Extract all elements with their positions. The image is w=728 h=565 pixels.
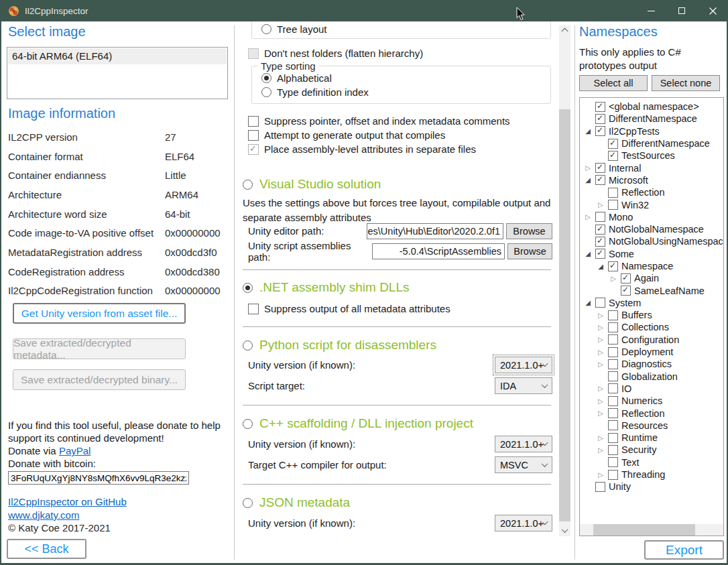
json-unity-version-dropdown[interactable]: 2021.1.0+ bbox=[495, 515, 552, 531]
expand-arrow-icon[interactable]: ▷ bbox=[595, 336, 606, 343]
expand-arrow-icon[interactable]: ▷ bbox=[583, 164, 593, 172]
tree-item[interactable]: ▷Internal bbox=[580, 162, 723, 174]
tree-checkbox[interactable] bbox=[608, 433, 618, 443]
tree-checkbox[interactable] bbox=[595, 126, 605, 136]
visual-studio-solution-radio[interactable] bbox=[243, 180, 253, 190]
tree-item[interactable]: Reflection bbox=[580, 186, 723, 198]
compilable-output-checkbox[interactable] bbox=[248, 130, 259, 141]
expand-arrow-icon[interactable]: ▷ bbox=[595, 446, 606, 454]
select-all-button[interactable]: Select all bbox=[579, 75, 648, 91]
tree-item[interactable]: ◢Some bbox=[580, 248, 723, 260]
expand-arrow-icon[interactable]: ▷ bbox=[583, 213, 593, 221]
tree-item[interactable]: ▷Deployment bbox=[580, 346, 723, 358]
scroll-left-button[interactable] bbox=[580, 524, 591, 536]
collapse-arrow-icon[interactable]: ◢ bbox=[595, 263, 606, 270]
tree-item[interactable]: ◢System bbox=[580, 297, 723, 309]
paypal-link[interactable]: PayPal bbox=[59, 445, 91, 456]
tree-checkbox[interactable] bbox=[621, 286, 631, 296]
expand-arrow-icon[interactable]: ▷ bbox=[595, 410, 606, 417]
tree-checkbox[interactable] bbox=[595, 249, 605, 259]
tree-checkbox[interactable] bbox=[608, 347, 618, 357]
tree-item[interactable]: ▷Buffers bbox=[580, 309, 723, 321]
tree-item[interactable]: NotGlobalUsingNamespace bbox=[580, 235, 723, 247]
tree-checkbox[interactable] bbox=[608, 371, 618, 381]
scroll-down-button[interactable] bbox=[559, 525, 570, 536]
tree-checkbox[interactable] bbox=[608, 359, 618, 369]
tree-checkbox[interactable] bbox=[608, 396, 618, 406]
expand-arrow-icon[interactable]: ▷ bbox=[595, 361, 606, 368]
tree-checkbox[interactable] bbox=[608, 188, 618, 198]
collapse-arrow-icon[interactable]: ◢ bbox=[583, 250, 593, 257]
browse-editor-path-button[interactable]: Browse bbox=[506, 223, 552, 239]
script-target-dropdown[interactable]: IDA bbox=[495, 377, 552, 394]
tree-checkbox[interactable] bbox=[595, 212, 605, 222]
collapse-arrow-icon[interactable]: ◢ bbox=[583, 176, 593, 184]
tree-horizontal-scrollbar[interactable] bbox=[580, 524, 723, 536]
tree-item[interactable]: ▷Again bbox=[580, 272, 723, 284]
collapse-arrow-icon[interactable]: ◢ bbox=[583, 127, 593, 135]
tree-checkbox[interactable] bbox=[608, 334, 618, 344]
tree-layout-radio[interactable] bbox=[261, 24, 271, 34]
tree-item[interactable]: ◢Il2CppTests bbox=[580, 125, 723, 137]
tree-checkbox[interactable] bbox=[608, 383, 618, 393]
tree-checkbox[interactable] bbox=[595, 163, 605, 173]
scrollbar-thumb[interactable] bbox=[559, 109, 570, 521]
tree-item[interactable]: ▷Mono bbox=[580, 211, 723, 223]
tree-item[interactable]: ▷Win32 bbox=[580, 198, 723, 210]
tree-checkbox[interactable] bbox=[608, 457, 618, 467]
tree-item[interactable]: ▷Diagnostics bbox=[580, 358, 723, 370]
cpp-compiler-dropdown[interactable]: MSVC bbox=[495, 456, 552, 473]
expand-arrow-icon[interactable]: ▷ bbox=[595, 385, 606, 392]
back-button[interactable]: << Back bbox=[7, 539, 86, 559]
expand-arrow-icon[interactable]: ▷ bbox=[608, 275, 619, 282]
unity-script-assemblies-path-input[interactable]: -5.0.4\ScriptAssemblies bbox=[372, 243, 505, 259]
tree-item[interactable]: <global namespace> bbox=[580, 101, 723, 113]
select-none-button[interactable]: Select none bbox=[652, 75, 720, 91]
tree-item[interactable]: ▷Collections bbox=[580, 321, 723, 333]
tree-checkbox[interactable] bbox=[608, 200, 618, 210]
tree-item[interactable]: TestSources bbox=[580, 149, 723, 162]
expand-arrow-icon[interactable]: ▷ bbox=[595, 324, 606, 331]
tree-checkbox[interactable] bbox=[595, 237, 605, 247]
scroll-right-button[interactable] bbox=[712, 524, 723, 536]
tree-item[interactable]: Resources bbox=[580, 420, 723, 432]
tree-checkbox[interactable] bbox=[595, 102, 605, 112]
get-unity-version-button[interactable]: Get Unity version from asset file... bbox=[13, 303, 186, 324]
tree-checkbox[interactable] bbox=[608, 445, 618, 455]
cpp-unity-version-dropdown[interactable]: 2021.1.0+ bbox=[495, 436, 552, 452]
expand-arrow-icon[interactable]: ▷ bbox=[595, 397, 606, 405]
close-button[interactable] bbox=[697, 0, 728, 21]
suppress-all-attributes-checkbox[interactable] bbox=[248, 304, 259, 314]
namespace-treebox[interactable]: <global namespace>DifferentNamespace◢Il2… bbox=[579, 97, 724, 536]
maximize-button[interactable] bbox=[666, 0, 697, 21]
minimize-button[interactable] bbox=[635, 0, 666, 21]
tree-item[interactable]: ▷Threading bbox=[580, 468, 723, 481]
scrollbar-thumb[interactable] bbox=[593, 524, 695, 536]
tree-checkbox[interactable] bbox=[595, 298, 605, 308]
image-list-item[interactable]: 64-bit ARM64 (ELF64) bbox=[8, 48, 227, 64]
expand-arrow-icon[interactable]: ▷ bbox=[595, 349, 606, 356]
unity-editor-path-input[interactable]: Files\Unity\Hub\Editor\2020.2.0f1 bbox=[367, 223, 503, 239]
tree-item[interactable]: ◢Microsoft bbox=[580, 174, 723, 186]
tree-checkbox[interactable] bbox=[608, 139, 618, 149]
expand-arrow-icon[interactable]: ▷ bbox=[595, 471, 606, 479]
bitcoin-address-input[interactable] bbox=[8, 471, 189, 485]
tree-checkbox[interactable] bbox=[595, 482, 605, 492]
cpp-scaffolding-radio[interactable] bbox=[243, 419, 253, 429]
tree-item[interactable]: ▷Security bbox=[580, 444, 723, 456]
website-link[interactable]: www.djkaty.com bbox=[8, 509, 79, 521]
tree-checkbox[interactable] bbox=[608, 408, 618, 418]
scroll-up-button[interactable] bbox=[559, 25, 570, 37]
type-definition-index-radio[interactable] bbox=[261, 87, 271, 97]
suppress-metadata-comments-checkbox[interactable] bbox=[248, 116, 259, 127]
tree-item[interactable]: ▷Reflection bbox=[580, 407, 723, 419]
export-button[interactable]: Export bbox=[644, 540, 724, 560]
python-unity-version-dropdown[interactable]: 2021.1.0+ bbox=[495, 357, 552, 373]
tree-item[interactable]: ▷IO bbox=[580, 383, 723, 395]
tree-item[interactable]: ▷Runtime bbox=[580, 432, 723, 444]
dotnet-shim-dlls-radio[interactable] bbox=[243, 283, 253, 293]
tree-item[interactable]: ◢Namespace bbox=[580, 260, 723, 272]
tree-item[interactable]: SameLeafName bbox=[580, 284, 723, 296]
tree-checkbox[interactable] bbox=[621, 273, 631, 284]
python-script-radio[interactable] bbox=[243, 340, 253, 351]
